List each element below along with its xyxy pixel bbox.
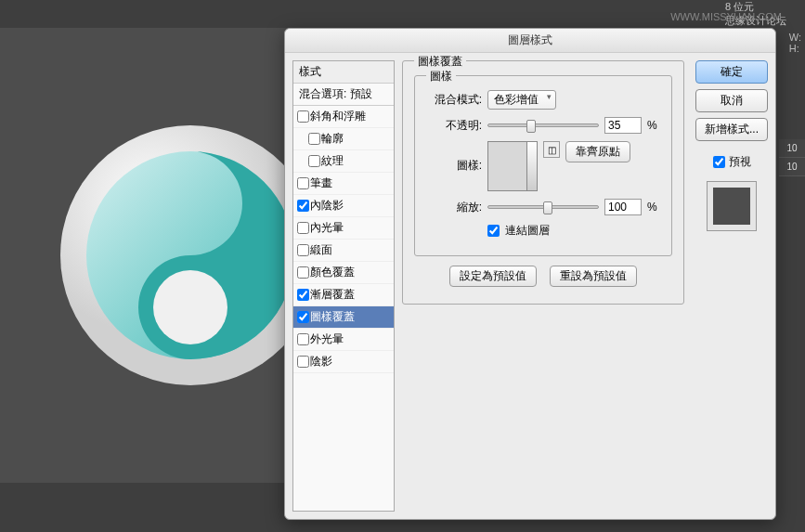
scale-input[interactable]	[604, 199, 642, 215]
style-label: 圖樣覆蓋	[310, 309, 355, 325]
style-item-7[interactable]: 顏色覆蓋	[293, 262, 394, 284]
snap-origin-button[interactable]: 靠齊原點	[565, 141, 630, 162]
style-item-9[interactable]: 圖樣覆蓋	[293, 306, 394, 329]
right-scale: 10 10	[779, 139, 805, 176]
style-checkbox[interactable]	[297, 177, 309, 189]
style-checkbox[interactable]	[297, 110, 309, 123]
style-checkbox[interactable]	[297, 356, 309, 368]
style-checkbox[interactable]	[308, 155, 320, 167]
set-default-button[interactable]: 設定為預設值	[449, 266, 537, 287]
pattern-subgroup: 圖樣 混合模式: 色彩增值 不透明: %	[414, 75, 672, 256]
style-item-4[interactable]: 內陰影	[293, 195, 394, 217]
pattern-label: 圖樣:	[426, 141, 482, 174]
preview-swatch	[707, 181, 757, 231]
group-title: 圖樣覆蓋	[414, 54, 466, 70]
reset-default-button[interactable]: 重設為預設值	[550, 266, 637, 287]
style-label: 紋理	[321, 153, 344, 169]
style-label: 內光暈	[310, 220, 344, 236]
pattern-overlay-group: 圖樣覆蓋 圖樣 混合模式: 色彩增值 不透明:	[402, 60, 684, 305]
svg-point-2	[153, 270, 227, 344]
new-style-button[interactable]: 新增樣式...	[695, 118, 768, 141]
style-label: 顏色覆蓋	[310, 265, 355, 280]
scale-label: 縮放:	[426, 200, 482, 215]
style-item-2[interactable]: 紋理	[293, 150, 394, 173]
style-item-6[interactable]: 緞面	[293, 240, 394, 262]
style-checkbox[interactable]	[297, 266, 309, 279]
style-checkbox[interactable]	[297, 333, 309, 345]
link-layer-checkbox[interactable]	[487, 225, 500, 237]
layer-style-dialog: 圖層樣式 樣式 混合選項: 預設 斜角和浮雕輪廓紋理筆畫內陰影內光暈緞面顏色覆蓋…	[284, 28, 776, 520]
styles-list-panel: 樣式 混合選項: 預設 斜角和浮雕輪廓紋理筆畫內陰影內光暈緞面顏色覆蓋漸層覆蓋圖…	[292, 60, 395, 512]
style-item-11[interactable]: 陰影	[293, 351, 394, 373]
style-label: 漸層覆蓋	[310, 287, 355, 303]
style-label: 緞面	[310, 242, 332, 258]
preview-label: 預視	[729, 154, 751, 170]
style-checkbox[interactable]	[297, 289, 309, 301]
blend-mode-select[interactable]: 色彩增值	[487, 90, 556, 110]
style-label: 斜角和浮雕	[310, 109, 366, 124]
style-checkbox[interactable]	[308, 133, 320, 145]
style-label: 內陰影	[310, 198, 344, 214]
opacity-unit: %	[647, 119, 657, 132]
watermark: WWW.MISSYUAN.COM	[670, 11, 782, 22]
style-checkbox[interactable]	[297, 200, 309, 212]
wh-labels: W: H:	[786, 28, 805, 58]
opacity-label: 不透明:	[426, 118, 482, 134]
style-checkbox[interactable]	[297, 222, 309, 234]
style-item-5[interactable]: 內光暈	[293, 217, 394, 240]
style-item-1[interactable]: 輪廓	[293, 128, 394, 150]
pattern-swatch[interactable]	[487, 141, 538, 191]
styles-header[interactable]: 樣式	[293, 61, 394, 84]
style-item-3[interactable]: 筆畫	[293, 173, 394, 195]
blending-options[interactable]: 混合選項: 預設	[293, 84, 394, 106]
style-label: 筆畫	[310, 175, 332, 191]
style-label: 陰影	[310, 354, 332, 370]
dialog-title: 圖層樣式	[285, 29, 775, 53]
style-label: 輪廓	[321, 131, 344, 147]
subgroup-title: 圖樣	[426, 69, 456, 84]
blend-mode-label: 混合模式:	[426, 92, 482, 108]
style-item-10[interactable]: 外光暈	[293, 329, 394, 351]
style-item-8[interactable]: 漸層覆蓋	[293, 284, 394, 306]
style-checkbox[interactable]	[297, 244, 309, 256]
cancel-button[interactable]: 取消	[695, 89, 768, 112]
opacity-input[interactable]	[604, 117, 642, 134]
style-item-0[interactable]: 斜角和浮雕	[293, 106, 394, 128]
preview-checkbox[interactable]	[713, 156, 725, 168]
new-preset-icon[interactable]: ◫	[543, 141, 560, 158]
opacity-slider[interactable]	[487, 123, 599, 127]
style-checkbox[interactable]	[297, 311, 309, 323]
dialog-buttons: 確定 取消 新增樣式... 預視	[692, 53, 775, 519]
settings-panel: 圖樣覆蓋 圖樣 混合模式: 色彩增值 不透明:	[395, 53, 692, 519]
style-label: 外光暈	[310, 331, 344, 347]
scale-unit: %	[647, 201, 657, 214]
scale-slider[interactable]	[487, 205, 599, 209]
link-layer-label: 連結圖層	[505, 223, 550, 239]
ok-button[interactable]: 確定	[695, 60, 768, 84]
